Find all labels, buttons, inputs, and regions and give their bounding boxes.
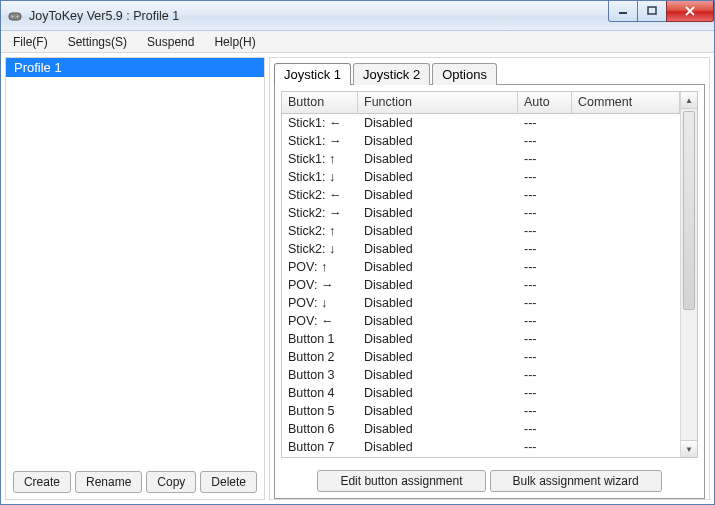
svg-point-2 — [17, 15, 19, 17]
cell-auto: --- — [518, 278, 572, 292]
cell-auto: --- — [518, 422, 572, 436]
cell-button: Button 3 — [282, 368, 358, 382]
table-row[interactable]: Stick2: ↑Disabled--- — [282, 222, 680, 240]
table-row[interactable]: POV: ↓Disabled--- — [282, 294, 680, 312]
cell-button: Stick1: ↓ — [282, 170, 358, 184]
profile-list[interactable]: Profile 1 — [6, 58, 264, 465]
table-row[interactable]: Stick2: ↓Disabled--- — [282, 240, 680, 258]
menu-suspend[interactable]: Suspend — [139, 33, 202, 51]
scroll-thumb[interactable] — [683, 111, 695, 310]
table-row[interactable]: Button 7Disabled--- — [282, 438, 680, 456]
table-row[interactable]: Stick1: →Disabled--- — [282, 132, 680, 150]
menu-help[interactable]: Help(H) — [206, 33, 263, 51]
create-button[interactable]: Create — [13, 471, 71, 493]
delete-button[interactable]: Delete — [200, 471, 257, 493]
cell-button: Button 5 — [282, 404, 358, 418]
tab-body: Button Function Auto Comment Stick1: ←Di… — [274, 84, 705, 499]
cell-function: Disabled — [358, 440, 518, 454]
table-row[interactable]: Button 8Disabled--- — [282, 456, 680, 457]
scroll-down-icon[interactable]: ▼ — [681, 440, 697, 457]
table-row[interactable]: Stick2: ←Disabled--- — [282, 186, 680, 204]
cell-button: Stick2: ↓ — [282, 242, 358, 256]
table-row[interactable]: POV: ↑Disabled--- — [282, 258, 680, 276]
cell-function: Disabled — [358, 242, 518, 256]
cell-auto: --- — [518, 206, 572, 220]
table-row[interactable]: Button 4Disabled--- — [282, 384, 680, 402]
list-header: Button Function Auto Comment — [282, 92, 680, 114]
tab-options[interactable]: Options — [432, 63, 497, 85]
table-row[interactable]: POV: ←Disabled--- — [282, 312, 680, 330]
table-row[interactable]: Button 3Disabled--- — [282, 366, 680, 384]
close-button[interactable] — [666, 1, 714, 22]
cell-button: Button 1 — [282, 332, 358, 346]
cell-auto: --- — [518, 188, 572, 202]
titlebar: JoyToKey Ver5.9 : Profile 1 — [1, 1, 714, 31]
header-auto[interactable]: Auto — [518, 92, 572, 113]
table-row[interactable]: Button 6Disabled--- — [282, 420, 680, 438]
cell-button: Button 2 — [282, 350, 358, 364]
maximize-button[interactable] — [637, 1, 667, 22]
cell-auto: --- — [518, 350, 572, 364]
assignment-button-row: Edit button assignment Bulk assignment w… — [275, 464, 704, 498]
cell-function: Disabled — [358, 224, 518, 238]
header-button[interactable]: Button — [282, 92, 358, 113]
cell-auto: --- — [518, 386, 572, 400]
header-function[interactable]: Function — [358, 92, 518, 113]
cell-function: Disabled — [358, 296, 518, 310]
cell-auto: --- — [518, 224, 572, 238]
profiles-panel: Profile 1 Create Rename Copy Delete — [5, 57, 265, 500]
header-comment[interactable]: Comment — [572, 92, 680, 113]
cell-auto: --- — [518, 152, 572, 166]
copy-button[interactable]: Copy — [146, 471, 196, 493]
cell-button: Stick1: ← — [282, 116, 358, 130]
cell-auto: --- — [518, 332, 572, 346]
scroll-up-icon[interactable]: ▲ — [681, 92, 697, 109]
table-row[interactable]: Button 2Disabled--- — [282, 348, 680, 366]
cell-function: Disabled — [358, 116, 518, 130]
edit-assignment-button[interactable]: Edit button assignment — [317, 470, 485, 492]
cell-button: Stick1: ↑ — [282, 152, 358, 166]
joystick-panel: Joystick 1 Joystick 2 Options Button Fun… — [269, 57, 710, 500]
cell-auto: --- — [518, 296, 572, 310]
cell-function: Disabled — [358, 368, 518, 382]
vertical-scrollbar[interactable]: ▲ ▼ — [680, 92, 697, 457]
table-row[interactable]: Stick1: ↓Disabled--- — [282, 168, 680, 186]
bulk-assignment-button[interactable]: Bulk assignment wizard — [490, 470, 662, 492]
cell-function: Disabled — [358, 332, 518, 346]
table-row[interactable]: Button 5Disabled--- — [282, 402, 680, 420]
cell-auto: --- — [518, 314, 572, 328]
rename-button[interactable]: Rename — [75, 471, 142, 493]
cell-button: Stick2: ↑ — [282, 224, 358, 238]
mapping-listview[interactable]: Button Function Auto Comment Stick1: ←Di… — [282, 92, 680, 457]
table-row[interactable]: Stick1: ↑Disabled--- — [282, 150, 680, 168]
svg-rect-4 — [648, 7, 656, 14]
table-row[interactable]: Stick2: →Disabled--- — [282, 204, 680, 222]
minimize-button[interactable] — [608, 1, 638, 22]
table-row[interactable]: Button 1Disabled--- — [282, 330, 680, 348]
table-row[interactable]: Stick1: ←Disabled--- — [282, 114, 680, 132]
window-title: JoyToKey Ver5.9 : Profile 1 — [29, 9, 179, 23]
scroll-track[interactable] — [681, 109, 697, 440]
cell-function: Disabled — [358, 134, 518, 148]
cell-button: Stick1: → — [282, 134, 358, 148]
menu-settings[interactable]: Settings(S) — [60, 33, 135, 51]
cell-function: Disabled — [358, 404, 518, 418]
cell-function: Disabled — [358, 314, 518, 328]
cell-function: Disabled — [358, 206, 518, 220]
tab-joystick2[interactable]: Joystick 2 — [353, 63, 430, 85]
cell-auto: --- — [518, 242, 572, 256]
tab-joystick1[interactable]: Joystick 1 — [274, 63, 351, 85]
table-row[interactable]: POV: →Disabled--- — [282, 276, 680, 294]
cell-auto: --- — [518, 260, 572, 274]
profile-item[interactable]: Profile 1 — [6, 58, 264, 77]
cell-auto: --- — [518, 440, 572, 454]
app-icon — [7, 8, 23, 24]
cell-auto: --- — [518, 368, 572, 382]
cell-auto: --- — [518, 404, 572, 418]
cell-button: POV: ← — [282, 314, 358, 328]
cell-auto: --- — [518, 170, 572, 184]
menu-file[interactable]: File(F) — [5, 33, 56, 51]
cell-button: Button 6 — [282, 422, 358, 436]
mapping-list-wrap: Button Function Auto Comment Stick1: ←Di… — [281, 91, 698, 458]
cell-button: Button 4 — [282, 386, 358, 400]
